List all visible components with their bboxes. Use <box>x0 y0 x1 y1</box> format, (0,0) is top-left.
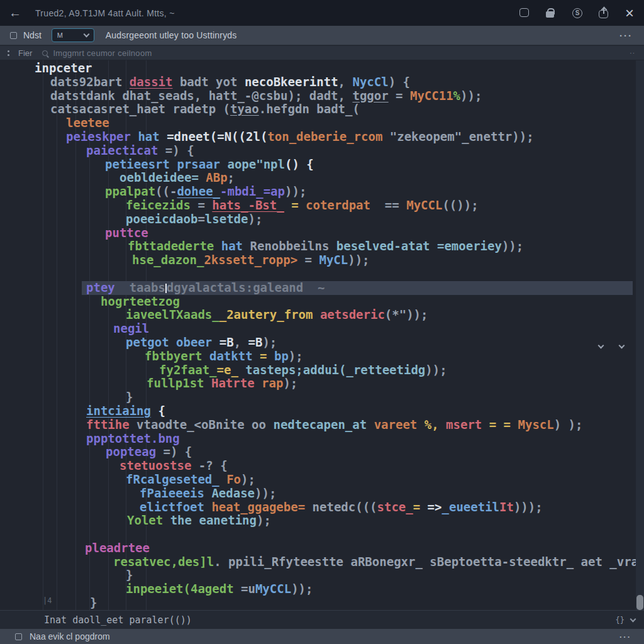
code-line[interactable]: pleadrtee <box>0 541 635 555</box>
code-line[interactable]: oebldeidee= ABp; <box>0 171 635 185</box>
code-line[interactable]: fy2faat_=e_ tasteps;addui(_retteetidg)); <box>0 364 635 377</box>
code-token: hat <box>138 130 159 143</box>
code-line[interactable]: petgot obeer =B, =B); <box>0 336 635 350</box>
close-icon[interactable]: × <box>625 8 634 18</box>
code-line[interactable]: leetee <box>0 116 635 130</box>
code-line[interactable]: fbttadederte hat Renobbeilns beselved-at… <box>0 240 635 253</box>
window-icon[interactable] <box>519 8 529 17</box>
code-line[interactable]: } <box>0 569 635 582</box>
code-line[interactable]: intciaing { <box>0 404 635 418</box>
config-dropdown[interactable]: M <box>52 28 94 42</box>
code-line[interactable] <box>0 267 635 281</box>
path-bar: Fier Imggmrt ceumor ceilnoom ·· <box>0 46 644 60</box>
share-icon[interactable] <box>599 10 608 18</box>
code-line[interactable]: iaveelTXaads__2autery_from aetsderic(*")… <box>0 308 635 322</box>
code-token: MyCL <box>319 253 348 267</box>
code-token: taabs <box>130 280 165 294</box>
back-icon[interactable]: ← <box>9 6 21 20</box>
code-content[interactable]: inpceterdats92bart dassit badt yot necoB… <box>0 62 635 610</box>
code-line[interactable]: catsacasret_haet radetp (tyao.hefgdn bad… <box>0 103 635 116</box>
code-token: Yolet <box>127 513 163 527</box>
code-token: , <box>234 335 248 349</box>
editor-footer-bar: Inat daoll_eet paraler(()) {} <box>0 610 644 629</box>
code-line[interactable]: } <box>0 596 635 610</box>
code-line[interactable]: paiecticat =) { <box>0 144 635 158</box>
scrollbar-track[interactable] <box>636 60 644 610</box>
code-token <box>313 308 319 321</box>
code-line[interactable]: hse_dazon_2kssett_ropp> = MyCL)); <box>0 253 635 267</box>
code-token: )); <box>285 184 306 198</box>
code-token: tasteps;addui(_retteetidg <box>245 363 425 377</box>
footer-chevron-icon[interactable] <box>630 616 636 623</box>
code-line[interactable]: feicezids = hats_-Bst_ = coterdpat == My… <box>0 199 635 213</box>
code-line[interactable]: ppptottet.bng <box>0 432 635 446</box>
code-token: inpceter <box>35 61 92 75</box>
code-line[interactable]: hogrteetzog <box>0 295 635 309</box>
footer-breadcrumb[interactable]: Inat daoll_eet paraler(()) <box>44 614 192 626</box>
code-line[interactable]: datstdank dhat_seads, hatt_-@csbu); dadt… <box>0 89 635 103</box>
code-line[interactable]: inpeeiet(4agedt =uMyCCL)); <box>0 582 635 596</box>
lock-icon[interactable] <box>546 11 554 18</box>
code-line[interactable]: negil <box>0 322 635 336</box>
code-token: { <box>151 404 165 418</box>
code-token: hat <box>221 239 243 253</box>
code-line[interactable]: inpceter <box>0 62 635 75</box>
code-line[interactable]: peieskper hat =dneet(=N((2l(ton_deberie_… <box>0 130 635 144</box>
code-token: ); <box>248 212 262 226</box>
code-line[interactable]: stetuostse -? { <box>0 459 635 473</box>
code-token: )); <box>348 253 369 267</box>
fold-chevron-icon[interactable] <box>598 343 604 349</box>
code-line[interactable]: ptey taabsdgyalactals:galeand ~ <box>0 281 635 295</box>
s-badge-icon[interactable]: S <box>572 8 582 18</box>
code-token <box>163 513 170 527</box>
code-token: -? { <box>191 458 227 472</box>
code-line[interactable]: ppalpat((-dohee_-mbdi_=ap)); <box>0 185 635 199</box>
code-line[interactable]: dats92bart dassit badt yot necoBkeerintt… <box>0 75 635 89</box>
code-token: vareet <box>374 418 418 431</box>
braces-icon[interactable]: {} <box>616 616 625 625</box>
code-token: fPaieeeis <box>140 486 204 500</box>
code-line[interactable]: resatvec,des]l. ppili_Rfyteestte aRBoneg… <box>0 555 635 569</box>
toolbar-label: Ndst <box>23 30 42 40</box>
code-token: -mbdi_=ap <box>220 184 285 198</box>
code-line[interactable]: fttihe vtaodte_<oBnite oo nedtecapen_at … <box>0 418 635 432</box>
fold-chevron-icon[interactable] <box>619 343 625 349</box>
code-token: dassit <box>130 75 173 89</box>
scrollbar-thumb[interactable] <box>636 595 643 610</box>
more-menu-icon[interactable]: ··· <box>619 30 633 41</box>
search-icon[interactable] <box>42 50 48 56</box>
code-line[interactable]: popteag =) { <box>0 445 635 459</box>
code-token <box>214 239 221 253</box>
code-token: heat_ggagebe= <box>211 500 305 514</box>
code-token <box>130 418 136 431</box>
code-token: % <box>453 89 460 103</box>
code-token: inpeeiet(4agedt <box>126 582 234 596</box>
code-line[interactable]: elictfoet heat_ggagebe= netedc(((stce_= … <box>0 501 635 514</box>
code-line[interactable]: petieesrt prsaar aope"npl() { <box>0 158 635 172</box>
code-line[interactable]: fbtbyert datktt = bp); <box>0 350 635 364</box>
code-line[interactable]: } <box>0 391 635 404</box>
kebab-dots-icon[interactable] <box>8 50 9 52</box>
stop-square-icon[interactable] <box>10 32 17 39</box>
code-editor[interactable]: inpceterdats92bart dassit badt yot necoB… <box>0 60 644 610</box>
code-token: = <box>297 253 319 267</box>
code-token <box>212 335 219 349</box>
pathbar-more-icon[interactable]: ·· <box>630 50 635 57</box>
code-token: stetuostse <box>119 458 191 472</box>
code-token <box>238 363 245 377</box>
status-square-icon[interactable] <box>15 633 22 640</box>
code-line[interactable] <box>0 528 635 541</box>
code-line[interactable]: Yolet the eaneting); <box>0 514 635 528</box>
code-line[interactable]: fPaieeeis Aedase)); <box>0 487 635 501</box>
status-more-icon[interactable]: ··· <box>619 632 631 641</box>
file-label[interactable]: Fier <box>18 48 32 58</box>
path-text: Imggmrt ceumor ceilnoom <box>53 48 152 58</box>
code-token: the <box>170 513 192 527</box>
code-line[interactable]: puttce <box>0 226 635 240</box>
code-line[interactable]: fRcalgeseted_ Fo); <box>0 473 635 487</box>
code-token: } <box>126 390 133 404</box>
code-line[interactable]: fullp1st Hatrte rap); <box>0 377 635 391</box>
code-line[interactable]: poeeicdaob=lsetde); <box>0 213 635 226</box>
code-token: datktt <box>209 349 253 363</box>
code-token: tggor <box>352 89 388 103</box>
